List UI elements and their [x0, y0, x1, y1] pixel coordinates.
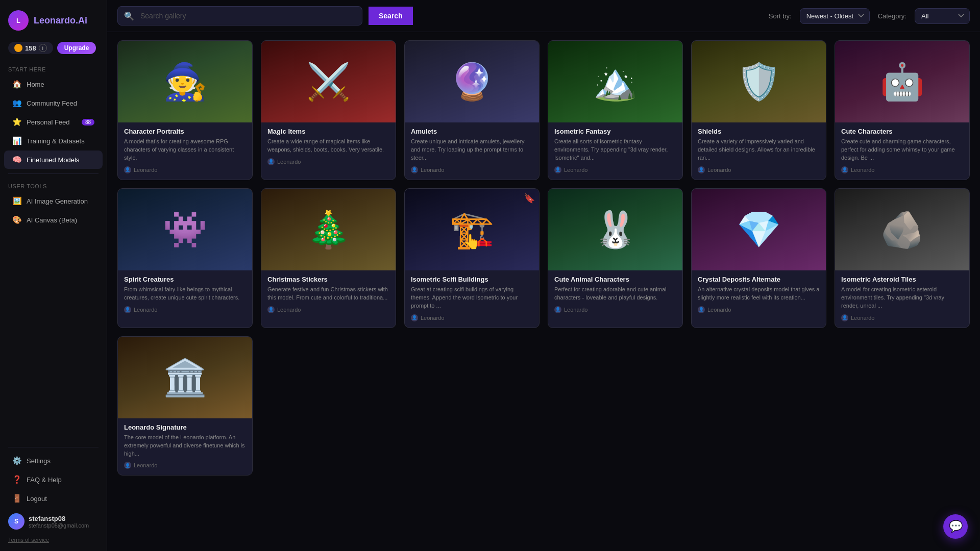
- training-label: Training & Datasets: [27, 137, 85, 145]
- model-author: 👤 Leonardo: [124, 462, 246, 469]
- model-description: Create cute and charming game characters…: [841, 138, 963, 162]
- model-card-magic-items[interactable]: ⚔️ Magic Items Create a wide range of ma…: [261, 40, 396, 180]
- sidebar-item-home[interactable]: 🏠 Home: [4, 75, 103, 93]
- sidebar-item-settings[interactable]: ⚙️ Settings: [4, 452, 103, 470]
- author-icon: 👤: [267, 306, 275, 313]
- chat-icon: 💬: [949, 520, 963, 533]
- community-icon: 👥: [12, 98, 21, 108]
- user-tools-label: User Tools: [0, 178, 107, 191]
- model-card-image: 🏔️: [548, 41, 682, 122]
- author-name: Leonardo: [134, 462, 158, 468]
- logo-text: Leonardo.Ai: [34, 15, 87, 26]
- search-input[interactable]: [140, 7, 362, 25]
- model-card-iso-asteroid[interactable]: 🪨 Isometric Asteroid Tiles A model for c…: [835, 188, 970, 328]
- finetuned-icon: 🧠: [12, 155, 21, 164]
- model-author: 👤 Leonardo: [267, 158, 389, 165]
- model-title: Cute Animal Characters: [554, 276, 676, 283]
- model-card-char-portraits[interactable]: 🧙 Character Portraits A model that's for…: [117, 40, 253, 180]
- bookmark-icon[interactable]: 🔖: [524, 193, 535, 204]
- topbar-right: Sort by: Newest - Oldest Oldest - Newest…: [769, 8, 970, 24]
- sidebar-item-community-feed[interactable]: 👥 Community Feed: [4, 94, 103, 112]
- personal-icon: ⭐: [12, 117, 21, 127]
- model-title: Isometric Scifi Buildings: [411, 276, 533, 283]
- sidebar: L Leonardo.Ai 158 i Upgrade Start Here 🏠…: [0, 0, 107, 551]
- main-nav: 🏠 Home 👥 Community Feed ⭐ Personal Feed …: [0, 74, 107, 169]
- model-card-body: Cute Animal Characters Perfect for creat…: [548, 270, 682, 319]
- model-card-crystal-deposits[interactable]: 💎 Crystal Deposits Alternate An alternat…: [691, 188, 826, 328]
- model-title: Magic Items: [267, 128, 389, 135]
- model-card-iso-fantasy[interactable]: 🏔️ Isometric Fantasy Create all sorts of…: [548, 40, 683, 180]
- image-gen-icon: 🖼️: [12, 196, 21, 206]
- model-card-image: 🏛️: [118, 337, 252, 418]
- model-card-image: 🔮: [405, 41, 539, 122]
- model-card-cute-chars[interactable]: 🤖 Cute Characters Create cute and charmi…: [835, 40, 970, 180]
- model-card-amulets[interactable]: 🔮 Amulets Create unique and intricate am…: [404, 40, 540, 180]
- sidebar-item-logout[interactable]: 🚪 Logout: [4, 489, 103, 508]
- author-icon: 👤: [411, 314, 418, 321]
- model-description: A model that's for creating awesome RPG …: [124, 138, 246, 162]
- token-icon: [14, 44, 22, 52]
- user-profile[interactable]: S stefanstp08 stefanstp08@gmail.com: [0, 508, 107, 535]
- model-card-image: 🤖: [835, 41, 969, 122]
- model-description: Create unique and intricate amulets, jew…: [411, 138, 533, 162]
- model-description: Generate festive and fun Christmas stick…: [267, 286, 389, 302]
- upgrade-button[interactable]: Upgrade: [57, 42, 96, 54]
- sidebar-item-personal-feed[interactable]: ⭐ Personal Feed 88: [4, 113, 103, 131]
- terms-link[interactable]: Terms of service: [0, 535, 107, 545]
- topbar: 🔍 Search Sort by: Newest - Oldest Oldest…: [107, 0, 980, 32]
- model-card-image: 🐰: [548, 189, 682, 270]
- model-title: Crystal Deposits Alternate: [698, 276, 820, 283]
- model-card-image: ⚔️: [261, 41, 396, 122]
- model-card-image: 🏗️ 🔖 👆: [405, 189, 539, 270]
- model-card-image: 👾: [118, 189, 252, 270]
- model-card-body: Isometric Asteroid Tiles A model for cre…: [835, 270, 969, 328]
- model-card-body: Magic Items Create a wide range of magic…: [261, 122, 396, 171]
- token-bar: 158 i Upgrade: [0, 39, 107, 61]
- divider-2: [8, 447, 99, 447]
- model-card-body: Shields Create a variety of impressively…: [692, 122, 826, 180]
- model-card-body: Isometric Scifi Buildings Great at creat…: [405, 270, 539, 328]
- personal-feed-badge: 88: [82, 119, 94, 126]
- sidebar-item-finetuned[interactable]: 🧠 Finetuned Models: [4, 151, 103, 169]
- model-description: The core model of the Leonardo platform.…: [124, 434, 246, 458]
- model-author: 👤 Leonardo: [841, 314, 963, 321]
- sidebar-item-faq[interactable]: ❓ FAQ & Help: [4, 470, 103, 489]
- training-icon: 📊: [12, 136, 21, 145]
- sort-select[interactable]: Newest - Oldest Oldest - Newest Most Pop…: [800, 8, 870, 24]
- model-card-body: Cute Characters Create cute and charming…: [835, 122, 969, 180]
- search-button[interactable]: Search: [369, 7, 413, 25]
- chat-button[interactable]: 💬: [943, 514, 968, 539]
- sidebar-item-canvas[interactable]: 🎨 AI Canvas (Beta): [4, 211, 103, 229]
- image-gen-label: AI Image Generation: [27, 197, 88, 205]
- author-name: Leonardo: [134, 307, 158, 313]
- model-card-christmas-stickers[interactable]: 🎄 Christmas Stickers Generate festive an…: [261, 188, 396, 328]
- gallery: 🧙 Character Portraits A model that's for…: [107, 32, 980, 551]
- model-card-shields[interactable]: 🛡️ Shields Create a variety of impressiv…: [691, 40, 826, 180]
- author-icon: 👤: [554, 306, 561, 313]
- sidebar-item-image-gen[interactable]: 🖼️ AI Image Generation: [4, 192, 103, 210]
- user-email: stefanstp08@gmail.com: [29, 522, 89, 529]
- logout-icon: 🚪: [12, 494, 21, 503]
- sidebar-item-training[interactable]: 📊 Training & Datasets: [4, 132, 103, 150]
- model-card-body: Isometric Fantasy Create all sorts of is…: [548, 122, 682, 180]
- category-select[interactable]: All Characters Fantasy Sci-Fi Nature: [915, 8, 970, 24]
- author-icon: 👤: [124, 462, 131, 469]
- model-card-leo-sig[interactable]: 🏛️ Leonardo Signature The core model of …: [117, 336, 253, 476]
- avatar: S: [8, 513, 24, 530]
- model-card-body: Crystal Deposits Alternate An alternativ…: [692, 270, 826, 319]
- model-description: Create a wide range of magical items lik…: [267, 138, 389, 154]
- gallery-grid: 🧙 Character Portraits A model that's for…: [117, 40, 970, 475]
- model-card-iso-scifi[interactable]: 🏗️ 🔖 👆 Isometric Scifi Buildings Great a…: [404, 188, 540, 328]
- info-icon[interactable]: i: [39, 44, 47, 52]
- start-here-label: Start Here: [0, 61, 107, 74]
- model-card-image: 💎: [692, 189, 826, 270]
- author-name: Leonardo: [134, 167, 158, 173]
- logo-area[interactable]: L Leonardo.Ai: [0, 6, 107, 39]
- model-card-image: 🛡️: [692, 41, 826, 122]
- model-card-image: 🧙: [118, 41, 252, 122]
- model-author: 👤 Leonardo: [411, 166, 533, 173]
- model-card-spirit-creatures[interactable]: 👾 Spirit Creatures From whimsical fairy-…: [117, 188, 253, 328]
- author-name: Leonardo: [421, 167, 445, 173]
- community-label: Community Feed: [27, 99, 77, 107]
- model-card-cute-animal[interactable]: 🐰 Cute Animal Characters Perfect for cre…: [548, 188, 683, 328]
